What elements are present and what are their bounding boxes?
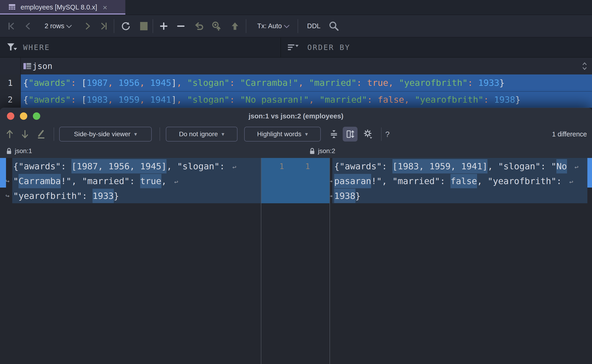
- diff-gutter: 11: [261, 158, 330, 364]
- help-button[interactable]: ?: [385, 124, 398, 144]
- diff-right-editor[interactable]: {"awards": [1983, 1959, 1941], "slogan":…: [330, 158, 592, 364]
- rows-count-label: 2 rows: [45, 22, 64, 30]
- dropdown-arrow-icon: ▾: [305, 131, 308, 137]
- wrap-indicator-icon: ↪: [330, 188, 332, 203]
- filter-funnel-icon[interactable]: [6, 38, 19, 57]
- viewer-mode-dropdown[interactable]: Side-by-side viewer ▾: [59, 127, 152, 142]
- toolbar-separator: [246, 19, 246, 33]
- viewer-mode-label: Side-by-side viewer: [74, 130, 130, 138]
- order-by-label: ORDER BY: [307, 43, 350, 52]
- column-sort-icon[interactable]: [578, 58, 591, 74]
- previous-page-button[interactable]: [21, 15, 34, 37]
- toolbar-separator: [160, 127, 160, 141]
- gutter-line-number: 1: [302, 159, 313, 174]
- diff-line: {"awards": [1983, 1959, 1941], "slogan":…: [330, 159, 592, 174]
- filter-separator: [280, 38, 281, 57]
- diff-left-editor[interactable]: {"awards": [1987, 1956, 1945], "slogan":…: [0, 158, 261, 364]
- wrap-indicator-icon: ↪: [330, 174, 332, 188]
- wrap-indicator-icon: ↩: [569, 178, 573, 186]
- highlight-mode-label: Highlight words: [257, 130, 301, 138]
- row-selection: {"awards": [1983, 1959, 1941], "slogan":…: [20, 91, 592, 108]
- reload-button[interactable]: [118, 15, 133, 37]
- row-json-text: {"awards": [1983, 1959, 1941], "slogan":…: [23, 91, 520, 108]
- delete-row-button[interactable]: [174, 15, 188, 37]
- tx-mode-label: Tx: Auto: [257, 22, 282, 30]
- collapse-unchanged-button[interactable]: [326, 127, 341, 142]
- diff-dialog: json:1 vs json:2 (employees) Side-by-sid…: [0, 108, 592, 364]
- diff-line: ↪1938}: [330, 188, 592, 203]
- gutter-line-number: 1: [277, 159, 287, 174]
- grid-header: json: [0, 58, 592, 75]
- submit-button[interactable]: [228, 15, 242, 37]
- column-icon: [22, 58, 32, 74]
- lock-icon: [6, 148, 12, 155]
- order-by-icon[interactable]: [286, 38, 300, 57]
- table-row[interactable]: 2{"awards": [1983, 1959, 1941], "slogan"…: [0, 91, 592, 108]
- synchronize-scrolling-button[interactable]: [343, 127, 358, 142]
- left-pane-header: json:1: [6, 144, 32, 158]
- table-row[interactable]: 1{"awards": [1987, 1956, 1945], "slogan"…: [0, 74, 592, 91]
- add-row-button[interactable]: [157, 15, 171, 37]
- gear-settings-button[interactable]: [361, 127, 376, 142]
- toolbar-separator: [153, 19, 153, 33]
- next-page-button[interactable]: [81, 15, 94, 37]
- app-window: employees [MySQL 8.0.x] × 2 rows: [0, 0, 592, 364]
- pane-divider: [261, 158, 261, 364]
- where-label: WHERE: [23, 43, 50, 52]
- ddl-button[interactable]: DDL: [303, 15, 324, 37]
- filter-row: WHERE ORDER BY: [0, 38, 592, 58]
- dialog-title-bar[interactable]: json:1 vs json:2 (employees): [0, 108, 592, 124]
- right-pane-title: json:2: [318, 147, 335, 155]
- diff-line: ↪"Carramba!", "married": true, ↩: [0, 174, 261, 188]
- toolbar-separator: [114, 19, 114, 33]
- tab-bar: employees [MySQL 8.0.x] ×: [0, 0, 592, 15]
- tab-title: employees [MySQL 8.0.x]: [20, 3, 97, 11]
- wrap-indicator-icon: ↪: [6, 174, 9, 188]
- column-header-json[interactable]: json: [32, 58, 52, 74]
- wrap-indicator-icon: ↩: [575, 163, 579, 171]
- stop-button[interactable]: [137, 15, 151, 37]
- edit-pencil-icon[interactable]: [37, 124, 50, 144]
- tab-employees[interactable]: employees [MySQL 8.0.x] ×: [0, 0, 125, 15]
- tab-close-icon[interactable]: ×: [103, 3, 107, 11]
- page-size-selector[interactable]: 2 rows: [37, 15, 79, 37]
- toolbar-separator: [54, 127, 54, 141]
- last-page-button[interactable]: [97, 15, 111, 37]
- table-grid-icon: [8, 3, 16, 12]
- diff-toolbar: Side-by-side viewer ▾ Do not ignore ▾ Hi…: [0, 124, 592, 144]
- ignore-policy-label: Do not ignore: [179, 130, 218, 138]
- highlight-mode-dropdown[interactable]: Highlight words ▾: [244, 127, 321, 142]
- main-toolbar: 2 rows: [0, 15, 592, 38]
- ddl-label: DDL: [307, 22, 320, 30]
- order-by-field[interactable]: ORDER BY: [303, 38, 354, 57]
- previous-difference-button[interactable]: [5, 124, 18, 144]
- diff-line: {"awards": [1987, 1956, 1945], "slogan":…: [0, 159, 261, 174]
- first-page-button[interactable]: [4, 15, 18, 37]
- chevron-down-icon: [284, 22, 289, 28]
- diff-content: {"awards": [1987, 1956, 1945], "slogan":…: [0, 158, 592, 364]
- left-pane-title: json:1: [15, 147, 32, 155]
- grid-rows: 1{"awards": [1987, 1956, 1945], "slogan"…: [0, 74, 592, 108]
- search-button[interactable]: [326, 15, 341, 37]
- where-filter-field[interactable]: WHERE: [20, 38, 53, 57]
- dialog-title: json:1 vs json:2 (employees): [0, 108, 592, 124]
- preview-changes-button[interactable]: [209, 15, 224, 37]
- ignore-policy-dropdown[interactable]: Do not ignore ▾: [166, 127, 237, 142]
- wrap-indicator-icon: ↪: [6, 188, 9, 203]
- next-difference-button[interactable]: [20, 124, 33, 144]
- diff-pane-headers: json:1 json:2: [0, 144, 592, 158]
- diff-line: ↪"yearofbrith": 1933}: [0, 188, 261, 203]
- row-json-text: {"awards": [1987, 1956, 1945], "slogan":…: [23, 74, 505, 91]
- row-number: 1: [0, 74, 20, 91]
- row-selection: {"awards": [1987, 1956, 1945], "slogan":…: [20, 74, 592, 91]
- right-pane-header: json:2: [309, 144, 335, 158]
- toolbar-separator: [381, 127, 382, 141]
- dropdown-arrow-icon: ▾: [221, 131, 224, 137]
- revert-button[interactable]: [191, 15, 206, 37]
- toolbar-separator: [298, 19, 298, 33]
- diff-line: ↪pasaran!", "married": false, "yearofbri…: [330, 174, 592, 188]
- row-number: 2: [0, 91, 20, 108]
- transaction-mode-selector[interactable]: Tx: Auto: [252, 15, 294, 37]
- stop-square-icon: [140, 22, 148, 30]
- dropdown-arrow-icon: ▾: [134, 131, 137, 137]
